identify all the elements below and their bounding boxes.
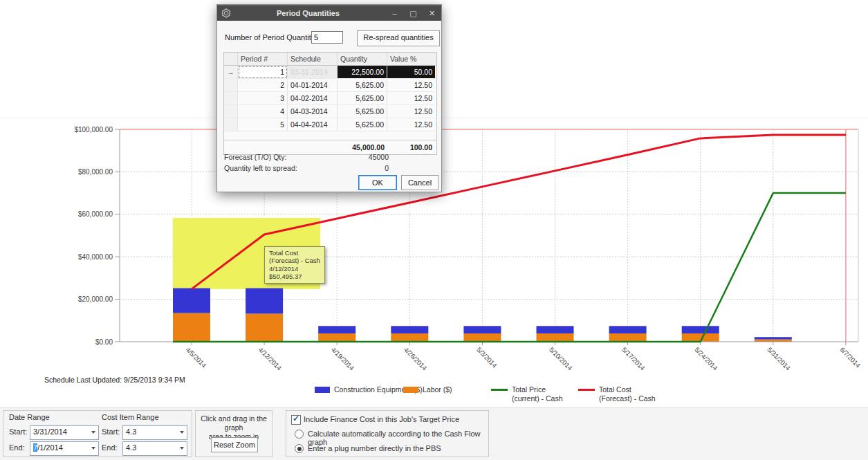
grid-cell[interactable]: 50.00: [387, 66, 435, 79]
grid-total-row: 45,000.00 100.00: [224, 140, 436, 154]
grid-cell[interactable]: 3: [238, 92, 288, 105]
legend-swatch-icon: [315, 387, 330, 393]
bar-segment: [318, 326, 355, 333]
grid-cell[interactable]: 04-03-2014: [288, 105, 338, 118]
grid-cell[interactable]: →: [224, 66, 238, 79]
cost-start-value: 4.3: [126, 427, 136, 436]
grid-cell[interactable]: 4: [238, 105, 288, 118]
grid-cell[interactable]: 04-04-2014: [288, 118, 338, 131]
date-end-label: End:: [9, 443, 25, 452]
legend-item: Total Price(current) - Cash: [491, 385, 563, 403]
zoom-hint-line1: Click and drag in the graph: [196, 414, 272, 432]
legend-label: Total Cost(Forecast) - Cash: [599, 385, 656, 403]
period-grid-row[interactable]: 204-01-20145,625.0012.50: [224, 79, 436, 92]
bottom-panel: Date Range Start: 3/31/2014 End: 7/1/201…: [0, 407, 868, 460]
dialog-titlebar[interactable]: Period Quantities – ▢ ✕: [217, 5, 441, 21]
left-to-spread-value: 0: [320, 164, 389, 172]
range-group-box: Date Range Start: 3/31/2014 End: 7/1/201…: [3, 410, 192, 457]
legend-item: Total Cost(Forecast) - Cash: [578, 385, 656, 403]
qty-count-label: Number of Period Quantities:: [225, 33, 323, 42]
calc-automatically-radio[interactable]: [295, 430, 304, 439]
grid-cell[interactable]: 5,625.00: [338, 79, 387, 92]
grid-cell[interactable]: 12.50: [387, 92, 435, 105]
cost-start-label: Start:: [102, 427, 120, 436]
total-value-pct: 100.00: [387, 140, 435, 154]
forecast-qty-value: 45000: [320, 153, 389, 161]
ok-button[interactable]: OK: [358, 175, 397, 190]
grid-cell[interactable]: 5,625.00: [338, 118, 387, 131]
cost-end-combo[interactable]: 4.3: [122, 441, 187, 456]
date-start-value: 3/31/2014: [33, 427, 67, 436]
plug-number-radio[interactable]: [295, 444, 304, 453]
total-spacer: [238, 140, 288, 154]
bar-segment: [537, 333, 574, 342]
col-schedule[interactable]: Schedule: [288, 53, 338, 65]
reset-zoom-button[interactable]: Reset Zoom: [211, 437, 258, 452]
grid-cell[interactable]: [224, 92, 238, 105]
bar-segment: [463, 333, 501, 342]
bar-segment: [537, 326, 574, 333]
cost-start-combo[interactable]: 4.3: [122, 425, 187, 440]
grid-cell[interactable]: 2: [238, 79, 288, 92]
bar-segment: [755, 337, 792, 339]
maximize-button[interactable]: ▢: [404, 6, 423, 21]
chart-tooltip: Total Cost(Forecast) - Cash4/12/2014$50,…: [264, 246, 325, 284]
period-quantities-dialog: Period Quantities – ▢ ✕ Number of Period…: [216, 4, 442, 192]
left-to-spread-label: Quantity left to spread:: [224, 164, 297, 172]
legend-item: Labor ($): [403, 385, 452, 394]
bar-segment: [682, 326, 719, 333]
bar-segment: [391, 333, 428, 342]
grid-cell[interactable]: 03-31-2014: [288, 66, 338, 79]
close-button[interactable]: ✕: [423, 6, 441, 21]
y-tick-label: $20,000.00: [78, 295, 113, 303]
grid-cell[interactable]: 5,625.00: [338, 105, 387, 118]
radio-dot-icon: [297, 447, 302, 451]
period-grid-row[interactable]: 304-02-20145,625.0012.50: [224, 92, 436, 105]
grid-cell[interactable]: 12.50: [387, 118, 435, 131]
x-tick-label: 5/17/2014: [620, 346, 647, 372]
legend-swatch-icon: [403, 387, 418, 393]
grid-cell[interactable]: 1: [238, 66, 288, 79]
date-start-label: Start:: [9, 427, 27, 436]
respread-button[interactable]: Re-spread quantities: [357, 30, 440, 46]
schedule-last-updated: Schedule Last Updated: 9/25/2013 9:34 PM: [44, 376, 185, 384]
date-range-title: Date Range: [9, 413, 50, 421]
col-value-pct[interactable]: Value %: [387, 53, 435, 65]
minimize-button[interactable]: –: [385, 6, 404, 21]
plug-number-label: Enter a plug number directly in the PBS: [308, 444, 441, 452]
qty-count-input[interactable]: [311, 31, 343, 44]
period-grid-row[interactable]: 404-03-20145,625.0012.50: [224, 105, 436, 118]
y-tick-label: $100,000.00: [74, 126, 113, 134]
row-indicator-column: [224, 53, 238, 65]
period-grid: Period # Schedule Quantity Value % →103-…: [223, 52, 437, 155]
x-tick-label: 5/10/2014: [548, 346, 574, 372]
grid-cell[interactable]: 12.50: [387, 79, 435, 92]
chevron-down-icon[interactable]: [180, 431, 184, 434]
grid-cell[interactable]: 04-02-2014: [288, 92, 338, 105]
chevron-down-icon[interactable]: [180, 447, 184, 450]
date-start-combo[interactable]: 3/31/2014: [30, 425, 99, 440]
include-finance-cost-checkbox[interactable]: ✓: [291, 415, 301, 425]
zoom-group-box: Click and drag in the graph area to zoom…: [195, 410, 273, 457]
date-end-combo[interactable]: 7/1/2014: [30, 441, 99, 456]
dialog-title: Period Quantities: [231, 9, 385, 17]
grid-cell[interactable]: [224, 118, 238, 131]
col-period[interactable]: Period #: [238, 53, 288, 65]
bar-segment: [173, 288, 210, 313]
grid-cell[interactable]: 22,500.00: [338, 66, 387, 79]
cancel-button[interactable]: Cancel: [401, 175, 438, 190]
grid-cell[interactable]: 5,625.00: [338, 92, 387, 105]
chevron-down-icon[interactable]: [91, 431, 95, 434]
grid-cell[interactable]: [224, 79, 238, 92]
grid-cell[interactable]: [224, 105, 238, 118]
legend-label: Labor ($): [423, 385, 452, 394]
cost-end-label: End:: [102, 443, 118, 452]
col-quantity[interactable]: Quantity: [338, 53, 387, 65]
period-grid-row[interactable]: →103-31-201422,500.0050.00: [224, 66, 436, 79]
chevron-down-icon[interactable]: [91, 447, 95, 450]
total-spacer: [224, 140, 238, 154]
grid-cell[interactable]: 04-01-2014: [288, 79, 338, 92]
grid-cell[interactable]: 12.50: [387, 105, 435, 118]
period-grid-row[interactable]: 504-04-20145,625.0012.50: [224, 118, 436, 131]
grid-cell[interactable]: 5: [238, 118, 288, 131]
